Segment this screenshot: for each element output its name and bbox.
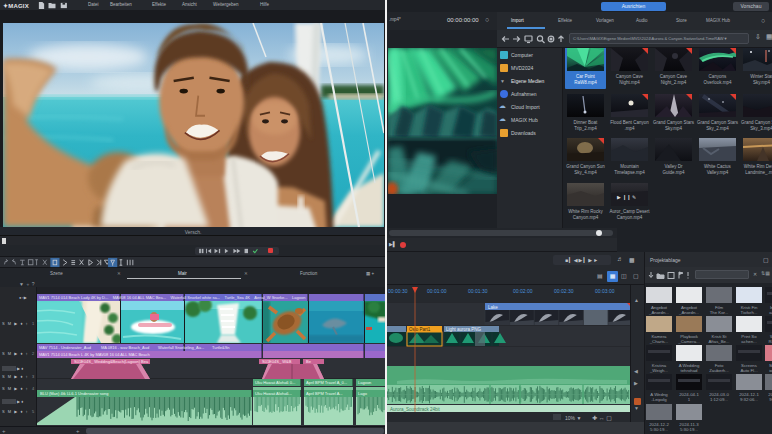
svg-text:Sky.mp4: Sky.mp4 (665, 126, 683, 131)
svg-text:00:00:30: 00:00:30 (388, 288, 408, 294)
svg-text:Oslo Part1: Oslo Part1 (409, 327, 431, 332)
svg-text:Light aurora.PNG: Light aurora.PNG (446, 327, 482, 332)
svg-text:The Kor...: The Kor... (710, 310, 729, 315)
svg-text:5:30:19...: 5:30:19... (650, 427, 668, 432)
svg-text:Auror_Camp Desert: Auror_Camp Desert (609, 209, 650, 214)
svg-text:Canyon Cave: Canyon Cave (616, 74, 644, 79)
svg-text:Valley.mp4: Valley.mp4 (707, 170, 729, 175)
svg-text:1:12:09...: 1:12:09... (710, 397, 728, 402)
svg-text:00:01:00: 00:01:00 (427, 288, 447, 294)
svg-text:Valley Dr: Valley Dr (665, 164, 683, 169)
svg-text:Car Point: Car Point (576, 74, 596, 79)
svg-text:▶ ❙❙ ✎: ▶ ❙❙ ✎ (617, 194, 636, 201)
svg-text:Sky_4.mp4: Sky_4.mp4 (574, 170, 597, 175)
svg-text:RaW8.mp4: RaW8.mp4 (574, 80, 597, 85)
svg-text:-Leipolg: -Leipolg (651, 397, 667, 402)
svg-text:Lake: Lake (488, 305, 498, 310)
svg-text:Mountain: Mountain (620, 164, 639, 169)
svg-text:Sky_2.mp4: Sky_2.mp4 (706, 126, 729, 131)
svg-text:tehrohad: tehrohad (681, 368, 699, 373)
svg-text:Timelapse.mp4: Timelapse.mp4 (614, 170, 645, 175)
svg-text:_Anordn...: _Anordn... (678, 310, 699, 315)
svg-text:00:03:00: 00:03:00 (595, 288, 615, 294)
svg-text:9:32:06...: 9:32:06... (740, 397, 758, 402)
svg-text:Canyon.mp4: Canyon.mp4 (573, 215, 599, 220)
svg-text:White Rim Rocky: White Rim Rocky (568, 209, 603, 214)
svg-text:Grand Canyon Stars: Grand Canyon Stars (741, 120, 772, 125)
svg-text:Night.mp4: Night.mp4 (619, 80, 640, 85)
svg-text:Canyons: Canyons (709, 74, 728, 79)
svg-text:Grand Canyon Stars: Grand Canyon Stars (697, 120, 739, 125)
svg-text:White Rim Desert: White Rim Desert (744, 164, 772, 169)
svg-text:achen...: achen... (741, 339, 756, 344)
svg-text:00:02:30: 00:02:30 (554, 288, 574, 294)
svg-text:✚ ↔ ▢: ✚ ↔ ▢ (592, 415, 612, 421)
svg-text:Trip_2.mp4: Trip_2.mp4 (574, 126, 597, 131)
svg-text:10% ▼: 10% ▼ (565, 415, 581, 421)
svg-text:1: 1 (688, 397, 691, 402)
svg-text:Guide.mp4: Guide.mp4 (662, 170, 685, 175)
svg-text:_Camera...: _Camera... (677, 339, 699, 344)
svg-text:Canyon Cave: Canyon Cave (660, 74, 688, 79)
svg-text:Zauberh...: Zauberh... (709, 368, 729, 373)
svg-text:Aftas_Be...: Aftas_Be... (708, 339, 729, 344)
svg-text:5:30:19...: 5:30:19... (680, 427, 698, 432)
svg-text:White Cactus: White Cactus (704, 164, 732, 169)
svg-text:Sky.mp4: Sky.mp4 (753, 80, 771, 85)
svg-text:Flood Bent Canyon: Flood Bent Canyon (610, 120, 649, 125)
svg-text:Regidity...: Regidity... (769, 339, 772, 344)
svg-text:Night_2.mp4: Night_2.mp4 (661, 80, 687, 85)
svg-text:Grand Canyon Stars: Grand Canyon Stars (653, 120, 695, 125)
svg-text:Canyon.mp4: Canyon.mp4 (617, 215, 643, 220)
svg-text:Overlook.mp4: Overlook.mp4 (703, 80, 732, 85)
svg-text:Dinner Boat: Dinner Boat (574, 120, 599, 125)
svg-text:_Weigh...: _Weigh... (649, 368, 668, 373)
svg-text:Winter Star: Winter Star (750, 74, 772, 79)
svg-text:Auto Fl...: Auto Fl... (740, 368, 757, 373)
svg-text:_Anordn...: _Anordn... (648, 310, 669, 315)
svg-text:.mp4: .mp4 (624, 126, 635, 131)
svg-text:_Charts...: _Charts... (649, 339, 669, 344)
svg-text:Tioforh...: Tioforh... (741, 310, 758, 315)
svg-text:Grand Canyon Sun: Grand Canyon Sun (566, 164, 605, 169)
svg-text:Landmine_.mp4: Landmine_.mp4 (745, 170, 772, 175)
svg-text:00:01:30: 00:01:30 (468, 288, 488, 294)
svg-text:Sky_3.mp4: Sky_3.mp4 (750, 126, 772, 131)
svg-text:00:02:00: 00:02:00 (513, 288, 533, 294)
